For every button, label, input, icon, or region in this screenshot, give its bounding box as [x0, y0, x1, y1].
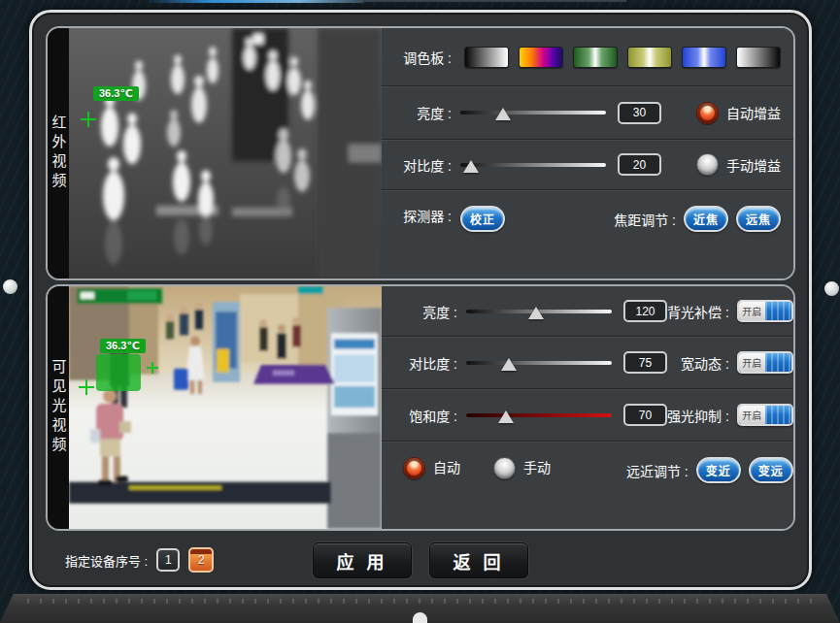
toggle-state-text: 开启 — [739, 406, 765, 424]
vis-contrast-value: 75 — [623, 351, 667, 374]
palette-swatch-yellow-green[interactable] — [627, 47, 672, 68]
slider-thumb[interactable] — [463, 160, 479, 173]
vis-saturation-value: 70 — [623, 404, 667, 426]
back-button[interactable]: 返 回 — [429, 542, 528, 578]
infrared-section-label: 红外视频 — [48, 28, 69, 279]
manual-gain-label: 手动增益 — [726, 155, 781, 175]
ir-brightness-slider[interactable] — [460, 104, 606, 121]
top-accent-line — [146, 0, 364, 3]
detector-row: 探测器 : 校正 焦距调节 : 近焦 远焦 — [382, 189, 794, 279]
slider-track — [466, 361, 612, 365]
visible-section-label: 可见光视频 — [48, 286, 69, 529]
vis-detection-tick — [147, 362, 158, 374]
highlight-suppress-label: 强光抑制 : — [667, 406, 729, 425]
detector-label: 探测器 : — [389, 206, 452, 225]
toggle-on-indicator — [765, 406, 791, 424]
slider-track — [460, 111, 606, 115]
backlight-toggle[interactable]: 开启 — [737, 300, 793, 322]
infrared-controls-panel: 调色板 : 亮度 : 30 — [382, 28, 794, 279]
palette-swatch-white-hot[interactable] — [464, 47, 509, 68]
ir-temperature-overlay: 36.3℃ — [93, 86, 139, 101]
calibrate-button[interactable]: 校正 — [460, 206, 505, 232]
ir-contrast-slider[interactable] — [460, 156, 606, 174]
device-number-label: 指定设备序号 : — [65, 551, 148, 570]
vis-brightness-slider[interactable] — [466, 303, 612, 320]
vis-mode-row: 自动 手动 远近调节 : 变近 变远 — [382, 441, 795, 529]
toggle-state-text: 开启 — [739, 353, 765, 372]
ir-contrast-value: 20 — [618, 153, 661, 176]
slider-thumb[interactable] — [501, 358, 517, 371]
palette-swatch-iron[interactable] — [519, 47, 563, 68]
zoom-adjust-label: 远近调节 : — [626, 461, 689, 480]
stand-notch — [413, 612, 427, 623]
apply-button[interactable]: 应 用 — [313, 542, 412, 578]
ir-contrast-row: 对比度 : 20 手动增益 — [382, 139, 794, 189]
toggle-on-indicator — [765, 302, 791, 320]
footer-bar: 指定设备序号 : 1 2 应 用 返 回 — [46, 535, 795, 585]
visible-scene-image — [69, 286, 382, 529]
ir-contrast-label: 对比度 : — [389, 155, 452, 175]
ir-brightness-row: 亮度 : 30 自动增益 — [382, 85, 794, 139]
vis-brightness-row: 亮度 : 120 背光补偿 : 开启 — [382, 286, 795, 336]
visible-light-section: 可见光视频 — [46, 284, 795, 531]
toggle-state-text: 开启 — [739, 302, 765, 320]
side-knob-left — [3, 279, 17, 294]
toggle-on-indicator — [765, 353, 791, 372]
visible-video-feed: 36.3℃ — [69, 286, 382, 529]
manual-mode-radio[interactable] — [493, 457, 516, 479]
vis-contrast-row: 对比度 : 75 宽动态 : 开启 — [382, 336, 795, 388]
speaker-grille — [27, 599, 813, 604]
vis-brightness-label: 亮度 : — [389, 302, 457, 321]
vis-contrast-slider[interactable] — [466, 354, 612, 372]
vis-saturation-label: 饱和度 : — [389, 406, 457, 425]
palette-swatch-green[interactable] — [573, 47, 618, 68]
zoom-far-button[interactable]: 变远 — [749, 457, 793, 483]
vis-temperature-overlay: 36.3℃ — [100, 339, 146, 353]
device-frame: 红外视频 — [0, 0, 840, 623]
focus-adjust-label: 焦距调节 : — [614, 210, 676, 229]
auto-mode-label: 自动 — [433, 457, 460, 476]
visible-controls-panel: 亮度 : 120 背光补偿 : 开启 对比度 : — [382, 286, 795, 529]
top-accent-line-2 — [364, 0, 626, 2]
ir-brightness-value: 30 — [618, 102, 661, 124]
backlight-label: 背光补偿 : — [667, 302, 729, 321]
palette-swatch-blue[interactable] — [682, 47, 726, 68]
auto-mode-radio[interactable] — [403, 457, 425, 479]
near-focus-button[interactable]: 近焦 — [684, 206, 728, 232]
manual-gain-radio[interactable] — [696, 153, 719, 176]
palette-swatch-black-hot[interactable] — [736, 47, 781, 68]
far-focus-button[interactable]: 远焦 — [736, 206, 781, 232]
slider-track — [460, 163, 606, 167]
side-knob-right — [824, 281, 839, 296]
slider-thumb[interactable] — [495, 108, 511, 120]
ir-brightness-label: 亮度 : — [389, 103, 452, 122]
vis-brightness-value: 120 — [623, 300, 667, 322]
auto-gain-label: 自动增益 — [726, 103, 781, 122]
palette-label: 调色板 : — [389, 48, 452, 67]
vis-saturation-row: 饱和度 : 70 强光抑制 : 开启 — [382, 388, 795, 441]
auto-gain-radio[interactable] — [696, 102, 719, 124]
slider-thumb[interactable] — [498, 410, 514, 423]
infrared-section: 红外视频 — [46, 26, 795, 280]
vis-contrast-label: 对比度 : — [389, 353, 457, 373]
wdr-toggle[interactable]: 开启 — [737, 351, 793, 374]
vis-crosshair-marker — [79, 379, 94, 395]
device-2-button[interactable]: 2 — [188, 547, 214, 573]
infrared-video-feed: 36.3℃ — [69, 28, 382, 279]
palette-swatches — [464, 47, 781, 68]
vis-detection-box — [96, 354, 141, 391]
ir-crosshair-marker — [81, 112, 96, 127]
thermal-scene-image — [69, 28, 382, 279]
wdr-label: 宽动态 : — [681, 353, 729, 373]
zoom-near-button[interactable]: 变近 — [696, 457, 741, 483]
manual-mode-label: 手动 — [523, 457, 551, 476]
slider-track — [466, 413, 612, 417]
highlight-suppress-toggle[interactable]: 开启 — [737, 404, 793, 426]
vis-saturation-slider[interactable] — [466, 407, 612, 424]
monitor-bezel: 红外视频 — [29, 10, 812, 590]
device-1-button[interactable]: 1 — [156, 548, 180, 572]
palette-row: 调色板 : — [382, 28, 794, 85]
slider-thumb[interactable] — [528, 307, 544, 319]
